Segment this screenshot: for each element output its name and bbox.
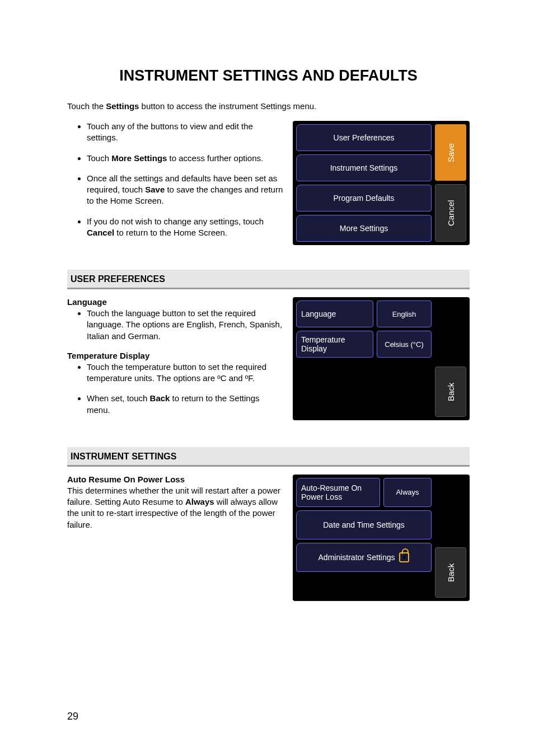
back-bullet: When set, touch Back to return to the Se…	[87, 393, 284, 416]
auto-resume-heading: Auto Resume On Power Loss	[67, 475, 284, 484]
intro-line: Touch the Settings button to access the …	[67, 101, 470, 111]
tb2-bold: More Settings	[111, 153, 167, 163]
tb2-post: to access further options.	[167, 153, 263, 163]
instrument-settings-screenshot: Auto-Resume On Power Loss Always Date an…	[293, 475, 470, 601]
language-value-button[interactable]: English	[377, 300, 432, 327]
back-bullet-bold: Back	[150, 393, 170, 403]
date-time-settings-button[interactable]: Date and Time Settings	[296, 510, 432, 539]
temperature-bullet: Touch the temperature button to set the …	[87, 361, 284, 384]
user-preferences-button[interactable]: User Preferences	[296, 124, 432, 151]
back-bullet-pre: When set, touch	[87, 393, 150, 403]
top-bullet-2: Touch More Settings to access further op…	[87, 153, 284, 164]
program-defaults-button[interactable]: Program Defaults	[296, 185, 432, 212]
tb4-post: to return to the Home Screen.	[114, 228, 227, 237]
intro-bold: Settings	[106, 101, 139, 111]
top-bullet-3: Once all the settings and defaults have …	[87, 173, 284, 207]
lock-icon	[399, 552, 409, 562]
instrument-settings-button[interactable]: Instrument Settings	[296, 154, 432, 181]
tb4-pre: If you do not wish to change any setting…	[87, 217, 264, 226]
instrument-settings-heading: INSTRUMENT SETTINGS	[67, 447, 470, 467]
administrator-settings-button[interactable]: Administrator Settings	[296, 543, 432, 572]
page-title: INSTRUMENT SETTINGS AND DEFAULTS	[67, 67, 470, 84]
auto-resume-para: This determines whether the unit will re…	[67, 485, 284, 530]
save-button[interactable]: Save	[435, 124, 466, 181]
tb2-pre: Touch	[87, 153, 111, 163]
tb3-bold: Save	[145, 185, 165, 194]
intro-pre: Touch the	[67, 101, 106, 111]
auto-resume-label[interactable]: Auto-Resume On Power Loss	[296, 478, 380, 507]
language-label[interactable]: Language	[296, 300, 373, 327]
user-preferences-heading: USER PREFERENCES	[67, 270, 470, 289]
top-bullet-4: If you do not wish to change any setting…	[87, 216, 284, 239]
temperature-display-value-button[interactable]: Celsius (°C)	[377, 331, 432, 358]
auto-resume-value-button[interactable]: Always	[383, 478, 432, 507]
settings-menu-screenshot: User Preferences Instrument Settings Pro…	[293, 121, 470, 245]
user-preferences-screenshot: Language English Temperature Display Cel…	[293, 297, 470, 420]
ar-bold: Always	[185, 497, 214, 506]
top-bullet-1: Touch any of the buttons to view and edi…	[87, 121, 284, 144]
tb4-bold: Cancel	[87, 228, 114, 237]
language-heading: Language	[67, 297, 284, 307]
temperature-display-heading: Temperature Display	[67, 351, 284, 360]
back-button-2[interactable]: Back	[435, 547, 466, 598]
page-number: 29	[67, 711, 78, 722]
temperature-display-label[interactable]: Temperature Display	[296, 331, 373, 358]
intro-post: button to access the instrument Settings…	[139, 101, 316, 111]
more-settings-button[interactable]: More Settings	[296, 215, 432, 242]
administrator-settings-label: Administrator Settings	[318, 553, 395, 562]
back-button[interactable]: Back	[435, 367, 466, 417]
language-bullet: Touch the language button to set the req…	[87, 308, 284, 342]
cancel-button[interactable]: Cancel	[435, 184, 466, 242]
